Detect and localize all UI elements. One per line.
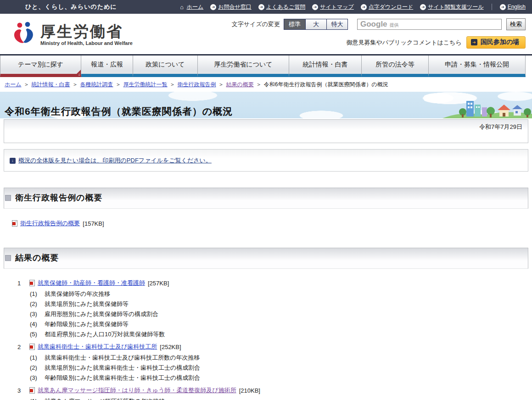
breadcrumb-eisei-report[interactable]: 衛生行政報告例 bbox=[178, 81, 216, 88]
site-tagline: ひと、くらし、みらいのために bbox=[25, 3, 117, 11]
breadcrumb-statistics[interactable]: 統計情報・白書 bbox=[32, 81, 70, 88]
contact-link[interactable]: お問合せ窓口 bbox=[218, 3, 252, 11]
breadcrumb-home[interactable]: ホーム bbox=[5, 81, 22, 88]
file-size: [157KB] bbox=[83, 220, 104, 227]
font-size-standard-button[interactable]: 標準 bbox=[284, 19, 305, 29]
sub-item-number: (1) bbox=[30, 355, 45, 361]
utility-link-contact: ➔ お問合せ窓口 bbox=[210, 3, 252, 11]
sub-item-number: (3) bbox=[30, 375, 45, 381]
sub-item: (1)就業保健師等の年次推移 bbox=[30, 291, 528, 297]
faq-link[interactable]: よくあるご質問 bbox=[266, 3, 305, 11]
square-bullet-icon bbox=[5, 195, 11, 201]
page-title-banner: 令和6年衛生行政報告例（就業医療関係者）の概況 bbox=[0, 92, 532, 118]
download-icon: ↓ bbox=[10, 158, 16, 164]
result-item-3: 3 就業あん摩マッサージ指圧師・はり師・きゅう師・柔道整復師及び施術所 [210… bbox=[17, 386, 528, 394]
pdf-file-icon bbox=[29, 387, 35, 394]
results-list: 1 就業保健師・助産師・看護師・准看護師 [257KB] (1)就業保健師等の年… bbox=[17, 279, 528, 400]
result-sublist-1: (1)就業保健師等の年次推移 (2)就業場所別にみた就業保健師等 (3)雇用形態… bbox=[30, 291, 528, 338]
full-pdf-link[interactable]: ↓ 概況の全体版を見たい場合は、印刷用のPDFファイルをご覧ください。 bbox=[10, 156, 212, 165]
tab-applications[interactable]: 申請・募集・情報公開 bbox=[429, 56, 526, 77]
sub-item-text: 就業場所別にみた就業保健師等 bbox=[45, 301, 129, 307]
overview-pdf-link[interactable]: 衛生行政報告例の概要 bbox=[20, 219, 80, 228]
overview-doc-row: 衛生行政報告例の概要 [157KB] bbox=[12, 219, 528, 228]
file-size: [210KB] bbox=[239, 387, 260, 394]
result-item-2: 2 就業歯科衛生士・歯科技工士及び歯科技工所 [252KB] bbox=[17, 343, 528, 351]
home-link[interactable]: ホーム bbox=[187, 3, 204, 11]
square-bullet-icon bbox=[5, 255, 11, 261]
sitemap-link[interactable]: サイトマップ bbox=[320, 3, 354, 11]
sub-item-number: (1) bbox=[30, 398, 45, 400]
utility-link-faq: ➔ よくあるご質問 bbox=[258, 3, 305, 11]
result-item-1: 1 就業保健師・助産師・看護師・准看護師 [257KB] bbox=[17, 279, 528, 287]
arrow-icon: ➔ bbox=[471, 39, 477, 45]
mhlw-logo[interactable]: 厚生労働省 Ministry of Health, Labour and Wel… bbox=[11, 20, 133, 46]
tab-policy[interactable]: 政策について bbox=[133, 56, 198, 77]
breadcrumb-surveys[interactable]: 各種統計調査 bbox=[80, 81, 113, 88]
search-input[interactable]: Google 提供 bbox=[357, 19, 502, 30]
home-icon: ⌂ bbox=[179, 4, 185, 10]
breadcrumb-results-summary[interactable]: 結果の概要 bbox=[226, 81, 254, 88]
arrow-circle-icon: ➔ bbox=[258, 4, 264, 10]
utility-link-home: ⌂ ホーム bbox=[179, 3, 204, 11]
result-pdf-link-1[interactable]: 就業保健師・助産師・看護師・准看護師 bbox=[38, 279, 145, 287]
tab-about-mhlw[interactable]: 厚生労働省について bbox=[198, 56, 289, 77]
arrow-circle-icon: ➔ bbox=[312, 4, 318, 10]
breadcrumb: ホーム＞ 統計情報・白書＞ 各種統計調査＞ 厚生労働統計一覧＞ 衛生行政報告例＞… bbox=[0, 77, 532, 92]
public-participation-label: 国民参加の場 bbox=[481, 38, 519, 46]
sub-item: (1)就業あん摩マッサージ指圧師等数の年次推移 bbox=[30, 398, 528, 400]
item-number: 2 bbox=[17, 344, 27, 350]
arrow-circle-icon: ➔ bbox=[500, 4, 506, 10]
sub-item-text: 都道府県別にみた人口10万対就業保健師等数 bbox=[45, 331, 165, 338]
pdf-file-icon bbox=[29, 344, 35, 350]
global-navigation: テーマ別に探す ↓ 報道・広報 政策について 厚生労働省について 統計情報・白書… bbox=[0, 54, 532, 77]
utility-links: ⌂ ホーム ➔ お問合せ窓口 ➔ よくあるご質問 ➔ サイトマップ ➔ 点字ダウ… bbox=[179, 3, 526, 11]
top-utility-bar: ひと、くらし、みらいのために ⌂ ホーム ➔ お問合せ窓口 ➔ よくあるご質問 … bbox=[0, 0, 532, 14]
result-sublist-2: (1)就業歯科衛生士・歯科技工士及び歯科技工所数の年次推移 (2)就業場所別にみ… bbox=[30, 355, 528, 381]
publish-date-box: 令和7年7月29日 bbox=[4, 119, 528, 143]
section-heading-results: 結果の概要 bbox=[4, 248, 528, 269]
sub-item-number: (4) bbox=[30, 321, 45, 328]
site-name-en: Ministry of Health, Labour and Welfare bbox=[40, 40, 133, 46]
font-size-switcher: 標準 大 特大 bbox=[284, 19, 348, 30]
utility-link-braille: ➔ 点字ダウンロード bbox=[361, 3, 413, 11]
browse-support-link[interactable]: サイト閲覧支援ツール bbox=[428, 3, 483, 11]
result-pdf-link-3[interactable]: 就業あん摩マッサージ指圧師・はり師・きゅう師・柔道整復師及び施術所 bbox=[38, 386, 236, 394]
sub-item: (2)就業場所別にみた就業歯科衛生士・歯科技工士の構成割合 bbox=[30, 365, 528, 371]
tab-press[interactable]: 報道・広報 bbox=[81, 56, 133, 77]
tab-statistics[interactable]: 統計情報・白書 bbox=[289, 56, 362, 77]
file-size: [257KB] bbox=[148, 280, 169, 287]
search-button[interactable]: 検索 bbox=[506, 18, 526, 30]
sub-item: (3)雇用形態別にみた就業保健師等の構成割合 bbox=[30, 311, 528, 317]
arrow-circle-icon: ➔ bbox=[361, 4, 367, 10]
tab-laws[interactable]: 所管の法令等 bbox=[362, 56, 429, 77]
braille-download-link[interactable]: 点字ダウンロード bbox=[369, 3, 413, 11]
sub-item: (4)年齢階級別にみた就業保健師等 bbox=[30, 321, 528, 328]
sub-item: (5)都道府県別にみた人口10万対就業保健師等数 bbox=[30, 331, 528, 338]
result-sublist-3: (1)就業あん摩マッサージ指圧師等数の年次推移 (2)あん摩、マッサージ及び指圧… bbox=[30, 398, 528, 400]
item-number: 1 bbox=[17, 280, 27, 287]
font-size-label: 文字サイズの変更 bbox=[232, 20, 280, 28]
arrow-circle-icon: ➔ bbox=[420, 4, 426, 10]
result-pdf-link-2[interactable]: 就業歯科衛生士・歯科技工士及び歯科技工所 bbox=[38, 343, 157, 351]
sub-item-number: (1) bbox=[30, 291, 45, 297]
divider bbox=[492, 4, 492, 10]
sub-item-text: 年齢階級別にみた就業歯科衛生士・歯科技工士の構成割合 bbox=[45, 375, 200, 381]
font-size-large-button[interactable]: 大 bbox=[305, 19, 326, 29]
font-size-xlarge-button[interactable]: 特大 bbox=[326, 19, 347, 29]
publish-date: 令和7年7月29日 bbox=[479, 123, 522, 130]
tab-browse-by-theme[interactable]: テーマ別に探す ↓ bbox=[0, 56, 81, 77]
public-participation-button[interactable]: ➔ 国民参加の場 bbox=[466, 36, 526, 49]
down-arrow-icon: ↓ bbox=[78, 72, 80, 77]
public-comment-text: 御意見募集やパブリックコメントはこちら bbox=[346, 39, 461, 47]
english-link[interactable]: English bbox=[508, 4, 526, 10]
breadcrumb-statistics-list[interactable]: 厚生労働統計一覧 bbox=[123, 81, 168, 88]
arrow-circle-icon: ➔ bbox=[210, 4, 216, 10]
sub-item-text: 就業場所別にみた就業歯科衛生士・歯科技工士の構成割合 bbox=[45, 365, 200, 371]
sub-item: (3)年齢階級別にみた就業歯科衛生士・歯科技工士の構成割合 bbox=[30, 375, 528, 381]
pdf-file-icon bbox=[29, 280, 35, 286]
google-logo: Google bbox=[360, 20, 387, 29]
sub-item-number: (2) bbox=[30, 301, 45, 307]
main-content: 令和7年7月29日 ↓ 概況の全体版を見たい場合は、印刷用のPDFファイルをご覧… bbox=[0, 119, 532, 400]
site-name: 厚生労働省 bbox=[40, 24, 133, 39]
page-title: 令和6年衛生行政報告例（就業医療関係者）の概況 bbox=[5, 105, 233, 118]
